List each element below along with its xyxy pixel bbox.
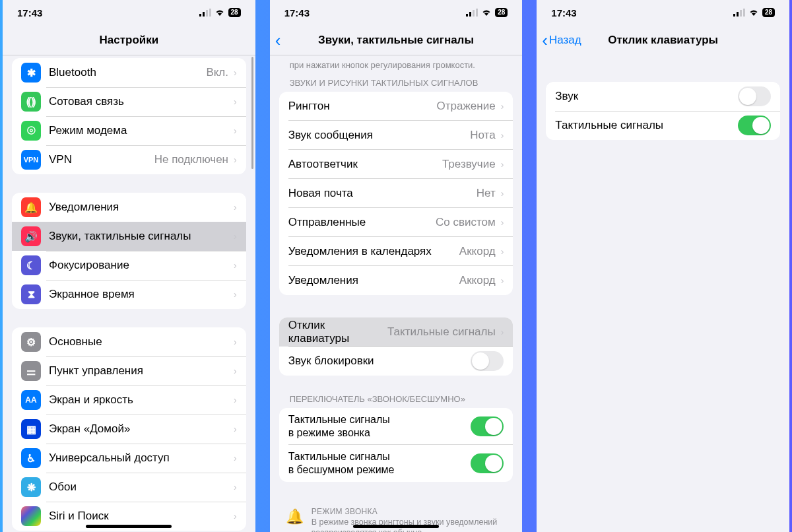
bluetooth-row[interactable]: ✱ Bluetooth Вкл. › <box>12 58 246 87</box>
keyboard-feedback-list[interactable]: Звук Тактильные сигналы <box>537 55 789 532</box>
sound-toggle[interactable] <box>738 86 771 106</box>
chevron-left-icon: ‹ <box>275 32 281 49</box>
lock-sound-toggle[interactable] <box>471 351 504 371</box>
svg-rect-6 <box>473 10 475 17</box>
back-button[interactable]: ‹ Назад <box>542 32 581 49</box>
connectivity-group: ✱ Bluetooth Вкл. › ⸨⸩ Сотовая связь › ⦾ … <box>12 58 246 174</box>
volume-buttons-note: при нажатии кнопок регулирования громкос… <box>270 55 523 78</box>
moon-icon: ☾ <box>21 255 41 275</box>
ringtone-row[interactable]: Рингтон Отражение › <box>279 92 513 121</box>
cellular-icon: ⸨⸩ <box>21 92 41 112</box>
chevron-right-icon: › <box>501 246 504 257</box>
svg-rect-7 <box>476 9 478 17</box>
voicemail-row[interactable]: Автоответчик Трезвучие › <box>279 150 513 179</box>
home-indicator[interactable] <box>86 525 172 528</box>
row-label: Универсальный доступ <box>49 451 234 465</box>
row-label: Тактильные сигналы <box>555 119 738 132</box>
battery-indicator: 28 <box>762 8 775 17</box>
sounds-group: Рингтон Отражение › Звук сообщения Нота … <box>279 92 513 295</box>
keyboard-feedback-row[interactable]: Отклик клавиатуры Тактильные сигналы › <box>279 317 513 347</box>
row-value: Аккорд <box>459 245 496 258</box>
haptic-toggle[interactable] <box>738 116 771 135</box>
row-label: Экран и яркость <box>49 393 234 407</box>
sent-mail-row[interactable]: Отправленные Со свистом › <box>279 208 513 237</box>
chevron-right-icon: › <box>234 453 237 463</box>
chevron-right-icon: › <box>501 130 504 141</box>
ring-silent-header: ПЕРЕКЛЮЧАТЕЛЬ «ЗВОНОК/БЕСШУМНО» <box>270 394 523 408</box>
bluetooth-icon: ✱ <box>21 63 41 83</box>
notifications-row[interactable]: 🔔 Уведомления › <box>12 193 246 222</box>
cellular-icon <box>199 9 211 17</box>
hotspot-row[interactable]: ⦾ Режим модема › <box>12 116 246 145</box>
cellular-row[interactable]: ⸨⸩ Сотовая связь › <box>12 87 246 116</box>
battery-indicator: 28 <box>228 8 241 17</box>
homescreen-row[interactable]: ▦ Экран «Домой» › <box>12 415 246 444</box>
row-label: Основные <box>49 335 234 349</box>
vpn-row[interactable]: VPN VPN Не подключен › <box>12 145 246 174</box>
chevron-right-icon: › <box>234 96 237 107</box>
nav-header: ‹ Звуки, тактильные сигналы <box>270 25 523 55</box>
status-time: 17:43 <box>551 7 576 18</box>
status-icons: 28 <box>733 8 775 17</box>
lock-sound-row: Звук блокировки <box>279 347 513 376</box>
calendar-alerts-row[interactable]: Уведомления в календарях Аккорд › <box>279 237 513 266</box>
row-label: Звук сообщения <box>288 129 471 142</box>
screentime-row[interactable]: ⧗ Экранное время › <box>12 280 246 309</box>
general-group: ⚙ Основные › ⚌ Пункт управления › AA Экр… <box>12 327 246 531</box>
svg-rect-10 <box>740 10 742 17</box>
row-value: Аккорд <box>459 274 496 287</box>
wallpaper-row[interactable]: ❋ Обои › <box>12 473 246 502</box>
row-label: Уведомления в календарях <box>288 245 459 258</box>
home-indicator[interactable] <box>353 525 439 528</box>
haptic-silent-toggle[interactable] <box>471 453 504 473</box>
wifi-icon <box>481 9 492 17</box>
chevron-right-icon: › <box>501 101 504 112</box>
back-button[interactable]: ‹ <box>275 32 282 49</box>
scrollbar[interactable] <box>251 57 253 169</box>
svg-rect-11 <box>743 9 745 17</box>
gear-icon: ⚙ <box>21 332 41 352</box>
chevron-right-icon: › <box>501 188 504 199</box>
grid-icon: ▦ <box>21 419 41 439</box>
bell-icon: 🔔 <box>286 508 304 525</box>
settings-list[interactable]: ✱ Bluetooth Вкл. › ⸨⸩ Сотовая связь › ⦾ … <box>3 55 255 532</box>
text-tone-row[interactable]: Звук сообщения Нота › <box>279 121 513 150</box>
chevron-right-icon: › <box>501 159 504 170</box>
sounds-row[interactable]: 🔊 Звуки, тактильные сигналы › <box>12 222 246 251</box>
row-label: Звуки, тактильные сигналы <box>49 230 234 243</box>
haptic-ring-toggle[interactable] <box>471 416 504 436</box>
feedback-group: Звук Тактильные сигналы <box>546 82 780 140</box>
row-label: Bluetooth <box>49 66 206 79</box>
row-label: Уведомления <box>288 274 459 287</box>
svg-rect-5 <box>469 12 471 17</box>
textsize-icon: AA <box>21 390 41 410</box>
svg-rect-1 <box>203 12 205 17</box>
display-row[interactable]: AA Экран и яркость › <box>12 385 246 415</box>
svg-rect-2 <box>206 10 208 17</box>
control-center-row[interactable]: ⚌ Пункт управления › <box>12 356 246 385</box>
status-time: 17:43 <box>17 7 42 18</box>
cellular-icon <box>466 9 478 17</box>
sounds-list[interactable]: при нажатии кнопок регулирования громкос… <box>270 55 523 532</box>
row-label: Фокусирование <box>49 259 234 272</box>
notifications-group: 🔔 Уведомления › 🔊 Звуки, тактильные сигн… <box>12 193 246 309</box>
accessibility-row[interactable]: ♿︎ Универсальный доступ › <box>12 444 246 473</box>
chevron-right-icon: › <box>234 482 237 492</box>
haptic-row: Тактильные сигналы <box>546 111 780 140</box>
status-icons: 28 <box>466 8 508 17</box>
general-row[interactable]: ⚙ Основные › <box>12 327 246 356</box>
focus-row[interactable]: ☾ Фокусирование › <box>12 251 246 280</box>
page-title: Отклик клавиатуры <box>608 34 718 47</box>
sounds-group-header: ЗВУКИ И РИСУНКИ ТАКТИЛЬНЫХ СИГНАЛОВ <box>270 78 523 92</box>
reminder-alerts-row[interactable]: Уведомления Аккорд › <box>279 266 513 295</box>
status-bar: 17:43 28 <box>270 0 523 25</box>
nav-header: ‹ Назад Отклик клавиатуры <box>537 25 789 55</box>
hotspot-icon: ⦾ <box>21 121 41 141</box>
row-label: Рингтон <box>288 100 437 113</box>
siri-icon <box>21 506 41 526</box>
row-value: Со свистом <box>436 216 496 229</box>
wifi-icon <box>214 9 225 17</box>
status-bar: 17:43 28 <box>3 0 255 25</box>
new-mail-row[interactable]: Новая почта Нет › <box>279 179 513 208</box>
chevron-right-icon: › <box>501 327 504 337</box>
